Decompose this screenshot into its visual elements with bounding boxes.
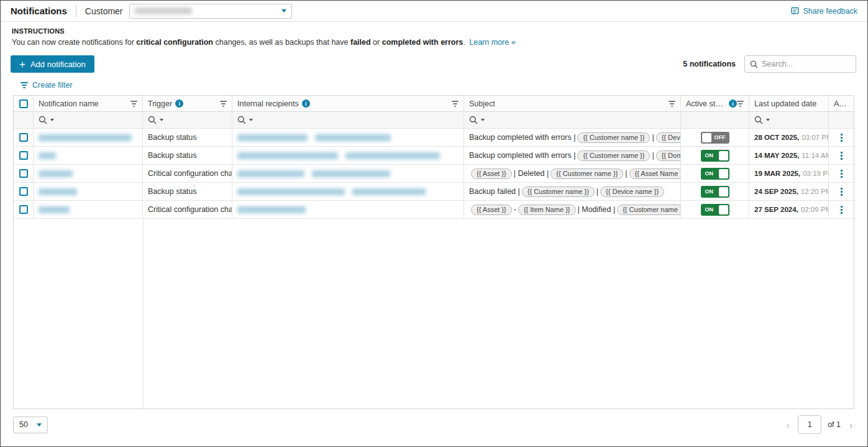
instructions-bold: completed with errors: [382, 38, 464, 47]
internal-recipients-cell: [232, 129, 464, 147]
actions-cell: [829, 147, 854, 165]
recipient-link-redacted[interactable]: [352, 188, 426, 195]
column-filter-icon[interactable]: [220, 101, 227, 107]
recipient-link-redacted[interactable]: [237, 134, 308, 141]
active-status-toggle[interactable]: ON: [701, 204, 729, 216]
row-actions-menu-icon[interactable]: [839, 168, 844, 180]
instructions-text-part: or: [371, 38, 382, 47]
column-header-label: Subject: [469, 99, 495, 108]
column-search-select: [14, 112, 34, 129]
search-icon[interactable]: [754, 116, 763, 124]
page-size-dropdown[interactable]: 50: [13, 417, 48, 433]
row-actions-menu-icon[interactable]: [839, 132, 844, 144]
row-checkbox[interactable]: [19, 133, 28, 142]
recipient-link-redacted[interactable]: [315, 134, 391, 141]
active-status-toggle[interactable]: ON: [701, 150, 729, 162]
customer-dropdown[interactable]: [129, 4, 292, 19]
column-filter-icon[interactable]: [452, 101, 459, 107]
row-select-cell: [14, 147, 34, 165]
internal-recipients-cell: [232, 165, 464, 183]
filter-icon: [21, 82, 28, 88]
trigger-cell: Backup status: [143, 147, 232, 165]
column-header-trigger: Triggeri: [143, 96, 232, 112]
share-feedback-link[interactable]: Share feedback: [791, 7, 857, 16]
row-checkbox[interactable]: [19, 205, 28, 214]
subject-token-chip: {{ Asset Name }}: [629, 168, 681, 179]
search-icon[interactable]: [469, 116, 478, 124]
info-icon[interactable]: i: [175, 99, 183, 108]
internal-recipients-cell: [232, 201, 464, 219]
column-header-select: [14, 96, 34, 112]
row-select-cell: [14, 183, 34, 201]
notification-name-link-redacted[interactable]: [39, 206, 70, 213]
row-checkbox[interactable]: [19, 169, 28, 178]
search-icon[interactable]: [148, 116, 157, 124]
column-search-name: [34, 112, 143, 129]
row-select-cell: [14, 129, 34, 147]
recipient-link-redacted[interactable]: [237, 152, 338, 159]
chevron-down-icon[interactable]: [249, 119, 253, 121]
column-header-status: Active statusi: [681, 96, 749, 112]
recipient-link-redacted[interactable]: [312, 170, 390, 177]
internal-recipients-cell: [232, 183, 464, 201]
column-header-label: Actions: [834, 99, 849, 108]
row-checkbox[interactable]: [19, 187, 28, 196]
create-filter-link[interactable]: Create filter: [21, 81, 73, 90]
notification-name-link-redacted[interactable]: [39, 134, 132, 141]
toggle-state-label: OFF: [715, 132, 726, 144]
actions-cell: [829, 201, 854, 219]
active-status-toggle[interactable]: ON: [701, 186, 729, 198]
chevron-down-icon[interactable]: [160, 119, 163, 121]
row-actions-menu-icon[interactable]: [839, 204, 844, 216]
notification-name-cell: [34, 201, 143, 219]
search-icon[interactable]: [237, 116, 246, 124]
subject-text: |: [652, 151, 654, 160]
column-divider: [143, 219, 144, 408]
recipient-links: [237, 188, 426, 195]
subject-text: |: [625, 169, 627, 178]
column-filter-icon[interactable]: [130, 101, 137, 107]
info-icon[interactable]: i: [729, 99, 737, 108]
global-search-box[interactable]: [744, 55, 856, 73]
plus-icon: +: [19, 59, 25, 70]
notification-name-link-redacted[interactable]: [39, 152, 56, 159]
trigger-cell: Critical configuration change: [143, 165, 232, 183]
chevron-down-icon[interactable]: [50, 119, 54, 121]
notification-name-link-redacted[interactable]: [39, 188, 77, 195]
notification-name-link-redacted[interactable]: [39, 170, 73, 177]
subject-cell: {{ Asset }} - {{ Item Name }} | Modified…: [464, 201, 681, 219]
active-status-toggle[interactable]: ON: [701, 168, 729, 180]
row-actions-menu-icon[interactable]: [839, 150, 844, 162]
customer-label: Customer: [85, 6, 123, 16]
info-icon[interactable]: i: [302, 99, 310, 108]
table-row: Backup statusBackup failed | {{ Customer…: [14, 183, 854, 201]
add-notification-button[interactable]: + Add notification: [11, 55, 94, 73]
instructions-bold: critical configuration: [136, 38, 213, 47]
column-filter-icon[interactable]: [669, 101, 675, 107]
column-filter-icon[interactable]: [737, 101, 744, 107]
learn-more-link[interactable]: Learn more »: [469, 38, 515, 47]
subject-text: Backup failed |: [469, 187, 520, 196]
chevron-down-icon[interactable]: [766, 119, 770, 121]
active-status-cell: ON: [681, 201, 749, 219]
notifications-table: Notification nameTriggeriInternal recipi…: [13, 95, 854, 409]
instructions-heading: INSTRUCTIONS: [12, 27, 856, 35]
global-search-input[interactable]: [762, 60, 851, 68]
recipient-link-redacted[interactable]: [237, 188, 345, 195]
chevron-down-icon[interactable]: [481, 119, 485, 121]
recipient-link-redacted[interactable]: [345, 152, 440, 159]
recipient-link-redacted[interactable]: [237, 206, 306, 213]
search-icon[interactable]: [39, 116, 47, 124]
active-status-toggle[interactable]: OFF: [701, 132, 729, 144]
notification-name-cell: [34, 129, 143, 147]
row-actions-menu-icon[interactable]: [839, 186, 844, 198]
page-number-input[interactable]: [798, 415, 821, 434]
select-all-checkbox[interactable]: [19, 99, 28, 108]
subject-text: |: [596, 187, 598, 196]
next-page-icon[interactable]: ›: [847, 420, 855, 430]
feedback-icon: [791, 7, 800, 15]
prev-page-icon[interactable]: ‹: [783, 420, 792, 430]
recipient-link-redacted[interactable]: [237, 170, 304, 177]
column-search-trigger: [143, 112, 232, 129]
row-checkbox[interactable]: [19, 151, 28, 160]
